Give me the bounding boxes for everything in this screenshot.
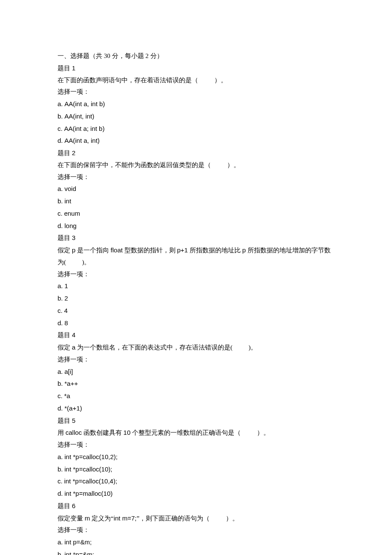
option: b. int *p=calloc(10); bbox=[58, 463, 334, 476]
option: b. 2 bbox=[58, 292, 334, 305]
option-text: enum bbox=[64, 210, 80, 217]
option-text: *(a+1) bbox=[64, 405, 82, 412]
option-label: c. bbox=[58, 125, 63, 132]
option: c. *a bbox=[58, 390, 334, 402]
option-label: d. bbox=[58, 319, 63, 327]
option: d. AA(int a, int) bbox=[58, 135, 334, 147]
option-text: int *p=&m; bbox=[64, 551, 94, 555]
option: b. int *p=&m; bbox=[58, 549, 334, 555]
option-label: d. bbox=[58, 137, 63, 144]
option-label: d. bbox=[58, 222, 63, 229]
option: c. 4 bbox=[58, 305, 334, 317]
option-text: *a bbox=[64, 392, 70, 399]
choose-one-label: 选择一项： bbox=[58, 269, 334, 280]
question-num: 4 bbox=[72, 331, 75, 338]
option: d. int *p=malloc(10) bbox=[58, 488, 334, 500]
option-text: void bbox=[64, 185, 76, 192]
option: a. 1 bbox=[58, 280, 334, 292]
option: b. int bbox=[58, 195, 334, 208]
question-prefix: 题目 bbox=[58, 417, 70, 424]
option-text: int *p=calloc(10,4); bbox=[64, 477, 117, 485]
question-stem: 在下面的函数声明语句中，存在着语法错误的是（）。 bbox=[58, 75, 334, 87]
question-number: 题目 2 bbox=[58, 147, 334, 159]
option-text: AA(int, int) bbox=[64, 113, 94, 120]
question-number: 题目 3 bbox=[58, 232, 334, 244]
option: a. void bbox=[58, 183, 334, 195]
question-num: 6 bbox=[72, 502, 75, 509]
option-text: int *p=calloc(10,2); bbox=[64, 453, 118, 460]
option-label: a. bbox=[58, 368, 63, 375]
choose-one-label: 选择一项： bbox=[58, 524, 334, 536]
question-number: 题目 4 bbox=[58, 329, 334, 341]
option-label: c. bbox=[58, 307, 63, 314]
option: d. *(a+1) bbox=[58, 402, 334, 415]
question-num: 2 bbox=[72, 149, 75, 156]
option-label: b. bbox=[58, 380, 63, 387]
exam-page: 一、选择题（共 30 分，每小题 2 分） 题目 1 在下面的函数声明语句中，存… bbox=[0, 0, 392, 555]
option-label: c. bbox=[58, 210, 63, 217]
option-text: a[i] bbox=[64, 368, 73, 375]
option-text: *a++ bbox=[64, 380, 78, 387]
option: a. AA(int a, int b) bbox=[58, 98, 334, 110]
question-prefix: 题目 bbox=[58, 150, 70, 156]
option: c. int *p=calloc(10,4); bbox=[58, 475, 334, 488]
question-stem: 假定 a 为一个数组名，在下面的表达式中，存在语法错误的是()。 bbox=[58, 341, 334, 354]
option-label: d. bbox=[58, 490, 63, 497]
question-stem: 用 calloc 函数创建具有 10 个整型元素的一维数组的正确语句是（）。 bbox=[58, 427, 334, 439]
question-num: 5 bbox=[72, 417, 75, 424]
option-label: a. bbox=[58, 185, 63, 192]
choose-one-label: 选择一项： bbox=[58, 86, 334, 98]
option-label: a. bbox=[58, 282, 63, 289]
option-label: b. bbox=[58, 197, 63, 205]
question-prefix: 题目 bbox=[58, 65, 70, 72]
choose-one-label: 选择一项： bbox=[58, 439, 334, 451]
question-number: 题目 5 bbox=[58, 415, 334, 427]
option: b. *a++ bbox=[58, 378, 334, 390]
section-title: 一、选择题（共 30 分，每小题 2 分） bbox=[58, 50, 334, 62]
option-label: c. bbox=[58, 477, 63, 485]
question-stem: 假定变量 m 定义为“int m=7;”，则下面正确的语句为（）。 bbox=[58, 512, 334, 525]
option-label: b. bbox=[58, 551, 63, 555]
option-text: 8 bbox=[64, 319, 68, 327]
question-num: 1 bbox=[72, 64, 75, 72]
question-stem: 假定 p 是一个指向 float 型数据的指针，则 p+1 所指数据的地址比 p… bbox=[58, 244, 334, 269]
question-num: 3 bbox=[72, 234, 75, 241]
option-text: int bbox=[64, 197, 71, 205]
option-label: b. bbox=[58, 113, 63, 120]
option-text: AA(int a; int b) bbox=[64, 125, 104, 132]
option-text: long bbox=[64, 222, 76, 229]
question-prefix: 题目 bbox=[58, 234, 70, 241]
question-prefix: 题目 bbox=[58, 332, 70, 338]
option-label: a. bbox=[58, 100, 63, 107]
choose-one-label: 选择一项： bbox=[58, 171, 334, 183]
option-label: b. bbox=[58, 465, 63, 473]
option-text: int *p=calloc(10); bbox=[64, 465, 112, 473]
option: a. int *p=calloc(10,2); bbox=[58, 451, 334, 463]
option: d. 8 bbox=[58, 317, 334, 330]
question-stem: 在下面的保留字中，不能作为函数的返回值类型的是（）。 bbox=[58, 159, 334, 171]
option-text: AA(int a, int) bbox=[64, 137, 100, 144]
option-label: d. bbox=[58, 405, 63, 412]
option-text: int p=&m; bbox=[64, 538, 92, 546]
option: a. int p=&m; bbox=[58, 536, 334, 549]
option: d. long bbox=[58, 220, 334, 232]
option-text: 4 bbox=[64, 307, 67, 314]
option: c. enum bbox=[58, 208, 334, 220]
option-text: int *p=malloc(10) bbox=[64, 490, 112, 497]
question-number: 题目 6 bbox=[58, 500, 334, 512]
option-label: a. bbox=[58, 453, 63, 460]
option: a. a[i] bbox=[58, 366, 334, 378]
option-text: 2 bbox=[64, 295, 68, 302]
option: b. AA(int, int) bbox=[58, 110, 334, 123]
option-text: 1 bbox=[64, 282, 68, 289]
option-label: c. bbox=[58, 392, 63, 399]
option-label: a. bbox=[58, 538, 63, 546]
question-number: 题目 1 bbox=[58, 62, 334, 75]
option: c. AA(int a; int b) bbox=[58, 123, 334, 135]
option-label: b. bbox=[58, 295, 63, 302]
choose-one-label: 选择一项： bbox=[58, 354, 334, 366]
option-text: AA(int a, int b) bbox=[64, 100, 105, 107]
question-prefix: 题目 bbox=[58, 503, 70, 509]
